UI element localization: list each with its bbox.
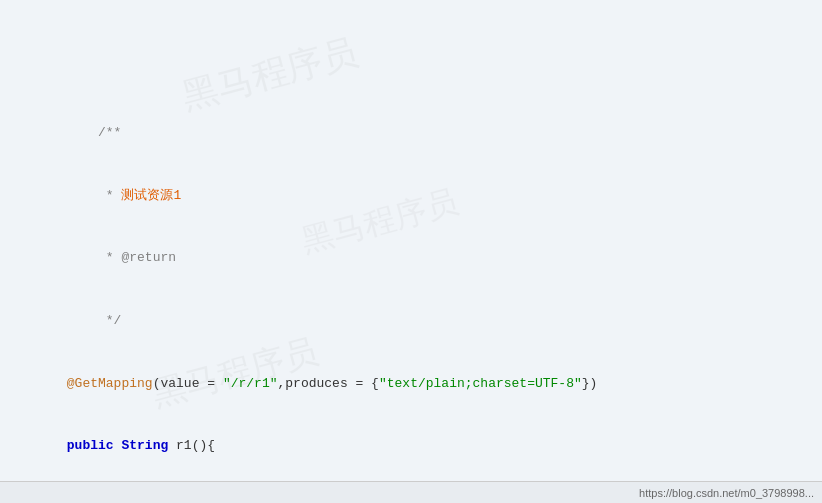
- comment-return-1: * @return: [67, 250, 176, 265]
- line-5: @GetMapping(value = "/r/r1",produces = {…: [20, 352, 802, 373]
- comment-chinese-1: 测试资源1: [121, 188, 181, 203]
- line-6: public String r1(){: [20, 414, 802, 435]
- comment-end-1: */: [67, 313, 122, 328]
- line-1: /**: [20, 101, 802, 122]
- comment-star-1: *: [67, 188, 122, 203]
- footer-bar: https://blog.csdn.net/m0_3798998...: [0, 481, 822, 503]
- param-key-2: produces: [285, 376, 347, 391]
- eq-1: =: [199, 376, 222, 391]
- line-4: */: [20, 289, 802, 310]
- comment-start-1: /**: [67, 125, 122, 140]
- param-key-1: value: [160, 376, 199, 391]
- code-container: /** * 测试资源1 * @return */ @GetMapping(val…: [0, 0, 822, 503]
- keyword-public-1: public: [67, 438, 114, 453]
- footer-url: https://blog.csdn.net/m0_3798998...: [639, 487, 814, 499]
- annotation-1: @GetMapping: [67, 376, 153, 391]
- string-2: "text/plain;charset=UTF-8": [379, 376, 582, 391]
- line-2: * 测试资源1: [20, 164, 802, 185]
- code-block: /** * 测试资源1 * @return */ @GetMapping(val…: [0, 10, 822, 503]
- sp2: r1(){: [168, 438, 215, 453]
- string-1: "/r/r1": [223, 376, 278, 391]
- line-3: * @return: [20, 226, 802, 247]
- eq-2: = {: [348, 376, 379, 391]
- close-1: }): [582, 376, 598, 391]
- type-string-1: String: [121, 438, 168, 453]
